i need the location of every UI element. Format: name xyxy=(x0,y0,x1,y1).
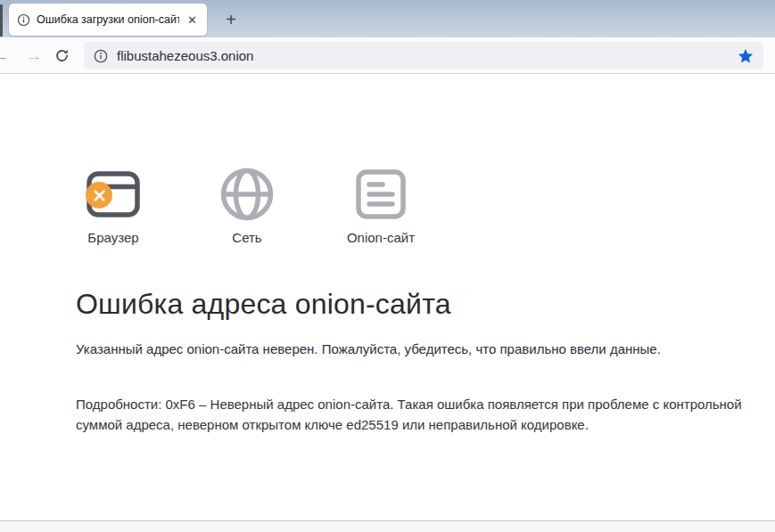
browser-window: Ошибка загрузки onion-сайта ✕ + ← → flib… xyxy=(0,0,775,532)
status-label-onion-site: Onion-сайт xyxy=(347,230,415,245)
reload-button[interactable] xyxy=(51,37,72,74)
status-network: Сеть xyxy=(180,167,314,245)
error-page: Браузер Сеть xyxy=(0,74,775,520)
error-badge-icon xyxy=(86,182,112,209)
url-bar[interactable]: flibustahezeous3.onion xyxy=(84,42,763,70)
tab-close-button[interactable]: ✕ xyxy=(186,13,199,27)
tab-title: Ошибка загрузки onion-сайта xyxy=(37,13,179,26)
browser-tab[interactable]: Ошибка загрузки onion-сайта ✕ xyxy=(9,4,207,36)
back-button[interactable]: ← xyxy=(0,37,12,74)
new-tab-button[interactable]: + xyxy=(219,8,243,31)
globe-icon xyxy=(219,167,275,222)
site-info-icon[interactable] xyxy=(94,49,108,63)
url-text: flibustahezeous3.onion xyxy=(117,48,729,63)
error-details-line1: Подробности: 0xF6 – Неверный адрес onion… xyxy=(76,394,742,414)
onion-site-icon xyxy=(356,169,406,219)
tab-info-icon xyxy=(17,13,30,27)
status-browser: Браузер xyxy=(46,167,180,245)
status-label-browser: Браузер xyxy=(87,230,138,245)
navigation-toolbar: ← → flibustahezeous3.onion xyxy=(0,37,775,74)
status-label-network: Сеть xyxy=(232,230,261,245)
tab-bar: Ошибка загрузки onion-сайта ✕ + xyxy=(0,0,775,37)
status-bar xyxy=(0,520,775,532)
page-title: Ошибка адреса onion-сайта xyxy=(76,288,451,321)
status-onion-site: Onion-сайт xyxy=(314,167,448,245)
forward-button[interactable]: → xyxy=(23,37,45,74)
error-message: Указанный адрес onion-сайта неверен. Пож… xyxy=(76,341,661,356)
window-edge-fragment xyxy=(0,4,3,37)
bookmark-star-icon[interactable] xyxy=(738,48,754,64)
error-details: Подробности: 0xF6 – Неверный адрес onion… xyxy=(76,394,742,435)
error-details-line2: суммой адреса, неверном открытом ключе e… xyxy=(76,414,742,435)
connection-status-row: Браузер Сеть xyxy=(46,167,448,245)
